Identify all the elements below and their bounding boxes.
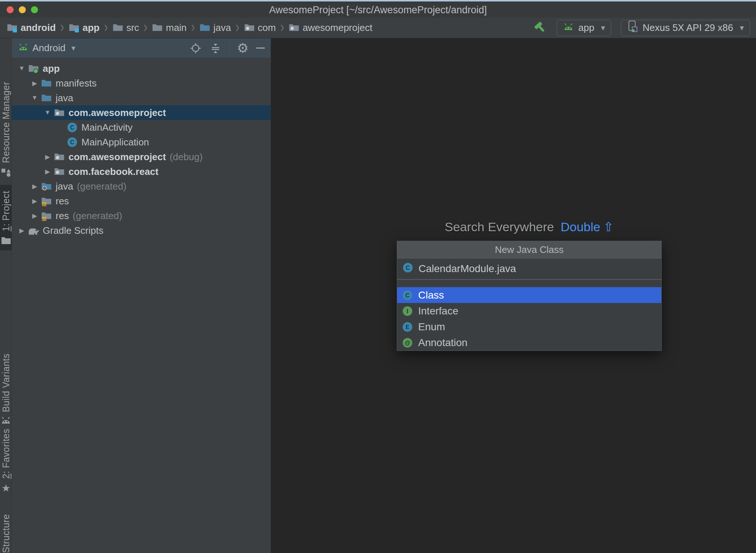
tree-item-label: com.awesomeproject	[69, 151, 166, 163]
class-name-value: CalendarModule.java	[419, 263, 516, 275]
popup-option-enum[interactable]: EEnum	[397, 319, 661, 335]
blue-folder-icon	[40, 78, 53, 88]
breadcrumb-label: main	[166, 22, 186, 34]
annotation-icon: @	[402, 337, 413, 348]
tool-window-button-build-variants[interactable]: Build Variants	[0, 353, 12, 425]
svg-text:@: @	[405, 339, 410, 346]
chevron-down-icon: ▾	[71, 43, 76, 53]
breadcrumb-label: java	[213, 22, 231, 34]
tree-item-res-generated[interactable]: ▶res(generated)	[12, 208, 271, 223]
app-module-folder-icon	[27, 64, 40, 74]
breadcrumb-separator-icon: ›	[60, 18, 64, 36]
device-selector-label: Nexus 5X API 29 x86	[643, 22, 733, 34]
locate-icon[interactable]	[189, 42, 202, 54]
tree-item-app[interactable]: ▼app	[12, 61, 271, 76]
device-selector-dropdown[interactable]: Nexus 5X API 29 x86 ▾	[621, 20, 750, 36]
hide-icon[interactable]	[256, 47, 265, 49]
resource-manager-icon	[1, 168, 11, 177]
tool-window-button-1-project[interactable]: 1: Project	[0, 185, 12, 250]
title-bar: AwesomeProject [~/src/AwesomeProject/and…	[0, 1, 756, 18]
spacer	[397, 280, 661, 287]
module-folder-icon	[7, 23, 18, 33]
collapsed-arrow-icon[interactable]: ▶	[29, 80, 40, 87]
project-view-dropdown[interactable]: Android ▾	[18, 42, 76, 54]
tool-window-button-7-structure[interactable]: 7: Structure	[0, 514, 12, 553]
collapsed-arrow-icon[interactable]: ▶	[29, 183, 40, 190]
res-folder-icon	[40, 211, 53, 221]
breadcrumb-label: android	[21, 22, 56, 34]
android-head-icon	[563, 22, 574, 34]
project-panel-header: Android ▾ ⚙	[12, 38, 271, 58]
project-view-label: Android	[32, 42, 66, 54]
popup-option-interface[interactable]: IInterface	[397, 303, 661, 319]
interface-icon: I	[402, 306, 413, 317]
hint-text: Search Everywhere	[445, 220, 554, 234]
window-controls	[7, 6, 38, 13]
folder-icon	[152, 23, 163, 33]
minimize-button[interactable]	[19, 6, 26, 13]
breadcrumb-separator-icon: ›	[104, 18, 108, 36]
source-folder-icon	[199, 23, 210, 33]
breadcrumb-item-app[interactable]: app	[69, 22, 99, 34]
tree-item-mainactivity[interactable]: CMainActivity	[12, 120, 271, 135]
new-java-class-popup: New Java Class C CalendarModule.java CCl…	[397, 241, 662, 351]
enum-icon: E	[402, 321, 413, 332]
popup-option-annotation[interactable]: @Annotation	[397, 335, 661, 351]
collapse-all-icon[interactable]	[209, 42, 222, 54]
breadcrumb-item-awesomeproject[interactable]: awesomeproject	[288, 22, 372, 34]
kind-options-list: CClassIInterfaceEEnum@Annotation	[397, 287, 661, 351]
popup-option-class[interactable]: CClass	[397, 287, 661, 303]
breadcrumb-item-android[interactable]: android	[7, 22, 56, 34]
tree-item-manifests[interactable]: ▶manifests	[12, 76, 271, 91]
breadcrumb-label: awesomeproject	[302, 22, 372, 34]
divider	[229, 43, 230, 53]
tree-item-java[interactable]: ▼java	[12, 91, 271, 105]
tree-item-com-awesomeproject-debug[interactable]: ▶com.awesomeproject(debug)	[12, 149, 271, 164]
class-name-input[interactable]: C CalendarModule.java	[397, 258, 661, 279]
svg-text:C: C	[405, 292, 410, 298]
run-configuration-dropdown[interactable]: app ▾	[557, 20, 611, 36]
android-head-icon	[18, 42, 29, 54]
collapsed-arrow-icon[interactable]: ▶	[16, 227, 27, 235]
collapsed-arrow-icon[interactable]: ▶	[29, 197, 40, 205]
expanded-arrow-icon[interactable]: ▼	[42, 109, 53, 116]
breadcrumb-item-src[interactable]: src	[112, 22, 139, 34]
breadcrumb-separator-icon: ›	[144, 18, 148, 36]
breadcrumb-item-main[interactable]: main	[152, 22, 186, 34]
tree-item-label: com.awesomeproject	[69, 107, 166, 119]
tree-item-com-facebook-react[interactable]: ▶com.facebook.react	[12, 164, 271, 179]
svg-text:I: I	[407, 308, 408, 314]
collapsed-arrow-icon[interactable]: ▶	[42, 168, 53, 176]
breadcrumb: android›app›src›main›java›com›awesomepro…	[0, 21, 372, 35]
folder-icon	[112, 23, 123, 33]
expanded-arrow-icon[interactable]: ▼	[29, 94, 40, 102]
close-button[interactable]	[7, 6, 14, 13]
expanded-arrow-icon[interactable]: ▼	[16, 65, 27, 72]
zoom-button[interactable]	[31, 6, 38, 13]
run-configuration-label: app	[578, 22, 594, 34]
tree-item-suffix: (generated)	[77, 181, 126, 192]
tree-item-mainapplication[interactable]: CMainApplication	[12, 135, 271, 149]
hint-shortcut: Double ⇧	[561, 219, 614, 234]
collapsed-arrow-icon[interactable]: ▶	[42, 153, 53, 161]
tree-item-label: manifests	[56, 78, 97, 89]
breadcrumb-item-com[interactable]: com	[244, 22, 276, 34]
tree-item-java-generated[interactable]: ▶java(generated)	[12, 179, 271, 194]
package-icon	[288, 23, 300, 33]
tree-item-com-awesomeproject[interactable]: ▼com.awesomeproject	[12, 105, 271, 120]
class-icon: C	[66, 137, 78, 148]
build-hammer-icon[interactable]	[533, 20, 547, 36]
collapsed-arrow-icon[interactable]: ▶	[29, 212, 40, 220]
settings-gear-icon[interactable]: ⚙	[237, 42, 249, 55]
search-everywhere-hint: Search Everywhere Double ⇧	[397, 219, 662, 234]
package-icon	[53, 152, 66, 162]
tree-item-label: MainApplication	[81, 137, 149, 148]
window-title: AwesomeProject [~/src/AwesomeProject/and…	[0, 1, 756, 18]
tool-window-button-2-favorites[interactable]: 2: Favorites★	[0, 429, 12, 493]
tree-item-res[interactable]: ▶res	[12, 194, 271, 208]
tree-item-gradle-scripts[interactable]: ▶Gradle Scripts	[12, 223, 271, 238]
tree-item-suffix: (generated)	[73, 210, 122, 222]
tool-window-button-resource-manager[interactable]: Resource Manager	[0, 82, 12, 177]
tool-window-button-label: Resource Manager	[1, 82, 11, 163]
breadcrumb-item-java[interactable]: java	[199, 22, 231, 34]
